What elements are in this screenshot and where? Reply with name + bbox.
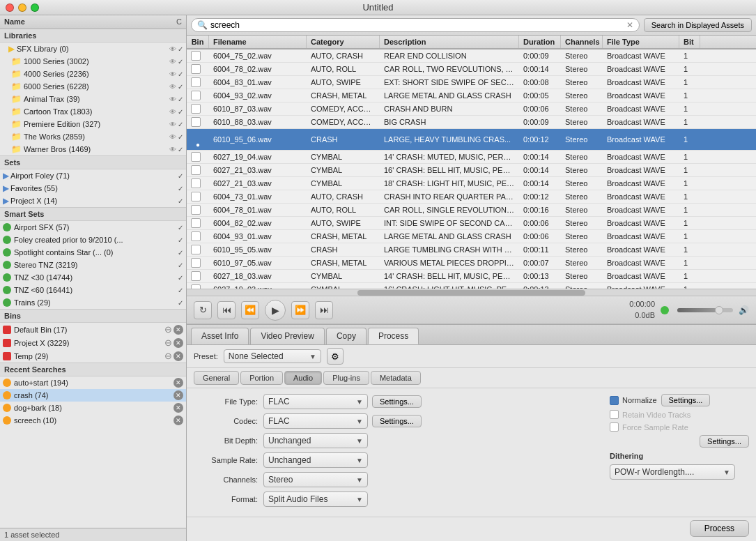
table-row[interactable]: 6004_78_02.wavAUTO, ROLLCAR ROLL, TWO RE… — [187, 63, 756, 76]
bit-depth-dropdown[interactable]: Unchanged ▼ — [263, 433, 368, 448]
td-bin[interactable] — [187, 177, 209, 190]
dithering-dropdown[interactable]: POW-r Wordlength.... ▼ — [610, 464, 735, 480]
sub-tab-metadata[interactable]: Metadata — [371, 371, 421, 385]
sidebar-item-tnz-60[interactable]: TNZ <60 (16441) ✓ — [0, 284, 186, 296]
sidebar-item-sfx-library[interactable]: ▶ SFX Library (0) 👁 ✓ — [0, 43, 186, 55]
table-row[interactable]: 6004_93_01.wavCRASH, METALLARGE METAL AN… — [187, 230, 756, 243]
sidebar-item-project-x-set[interactable]: ▶ Project X (14) ✓ — [0, 195, 186, 207]
rewind-button[interactable]: ⏪ — [241, 301, 259, 319]
td-bin[interactable]: ● — [187, 129, 209, 150]
skip-forward-button[interactable]: ⏭ — [315, 301, 333, 319]
row-checkbox[interactable] — [191, 152, 201, 162]
sidebar-item-recent-crash[interactable]: crash (74) ✕ — [0, 389, 186, 402]
table-row[interactable]: 6010_87_03.wavCOMEDY, ACCENTCRASH AND BU… — [187, 102, 756, 116]
search-input-wrap[interactable]: 🔍 ✕ — [191, 18, 640, 32]
td-bin[interactable] — [187, 89, 209, 102]
table-row[interactable]: ●6010_95_06.wavCRASHLARGE, HEAVY TUMBLIN… — [187, 129, 756, 151]
th-bin[interactable]: Bin — [187, 36, 209, 48]
table-row[interactable]: 6027_19_04.wavCYMBAL14' CRASH: MUTED, MU… — [187, 151, 756, 164]
window-controls[interactable] — [6, 3, 39, 12]
sidebar-item-recent-dog-bark[interactable]: dog+bark (18) ✕ — [0, 402, 186, 414]
codec-dropdown[interactable]: FLAC ▼ — [263, 413, 368, 429]
sidebar-item-airport-foley[interactable]: ▶ Airport Foley (71) ✓ — [0, 169, 186, 182]
normalize-checkbox[interactable] — [610, 396, 619, 405]
normalize-settings-button[interactable]: Settings... — [661, 394, 711, 406]
th-duration[interactable]: Duration — [519, 36, 561, 48]
force-sample-checkbox[interactable] — [610, 422, 619, 432]
table-row[interactable]: 6004_82_02.wavAUTO, SWIPEINT: SIDE SWIPE… — [187, 217, 756, 230]
search-input[interactable] — [210, 20, 626, 30]
td-bin[interactable] — [187, 164, 209, 176]
minimize-button[interactable] — [18, 3, 26, 12]
row-checkbox[interactable] — [191, 117, 201, 127]
th-filetype[interactable]: File Type — [603, 36, 679, 48]
x-circle-icon[interactable]: ✕ — [173, 351, 183, 361]
td-bin[interactable] — [187, 190, 209, 203]
td-bin[interactable] — [187, 230, 209, 243]
td-bin[interactable] — [187, 116, 209, 128]
sidebar-item-project-x-bin[interactable]: Project X (3229) ⊖ ✕ — [0, 336, 186, 349]
horizontal-scrollbar[interactable] — [187, 289, 756, 296]
sidebar-item-4000-series[interactable]: 📁 4000 Series (2236) 👁 ✓ — [8, 68, 186, 80]
scrollbar-thumb[interactable] — [357, 290, 585, 296]
sidebar-item-premiere-edition[interactable]: 📁 Premiere Edition (327) 👁 ✓ — [8, 118, 186, 130]
td-bin[interactable] — [187, 151, 209, 163]
process-button[interactable]: Process — [690, 520, 749, 537]
preset-select[interactable]: None Selected ▼ — [224, 349, 321, 363]
close-button[interactable] — [6, 3, 14, 12]
table-row[interactable]: 6027_18_03.wavCYMBAL14' CRASH: BELL HIT,… — [187, 270, 756, 283]
force-sample-settings-button[interactable]: Settings... — [700, 435, 749, 448]
table-row[interactable]: 6027_19_03.wavCYMBAL16' CRASH: LIGHT HIT… — [187, 283, 756, 289]
table-row[interactable]: 6010_88_03.wavCOMEDY, ACCENTBIG CRASH0:0… — [187, 116, 756, 129]
sidebar-item-cartoon-trax[interactable]: 📁 Cartoon Trax (1803) 👁 ✓ — [8, 105, 186, 118]
x-circle-icon[interactable]: ✕ — [173, 338, 183, 348]
row-checkbox[interactable] — [191, 178, 201, 188]
td-bin[interactable] — [187, 102, 209, 115]
row-checkbox[interactable] — [191, 165, 201, 175]
sidebar-item-foley-created[interactable]: Foley created prior to 9/2010 (... ✓ — [0, 234, 186, 246]
row-checkbox[interactable] — [191, 104, 201, 114]
sidebar-item-warner-bros[interactable]: 📁 Warner Bros (1469) 👁 ✓ — [8, 143, 186, 155]
fast-forward-button[interactable]: ⏩ — [291, 301, 309, 319]
sidebar-item-the-works[interactable]: 📁 The Works (2859) 👁 ✓ — [8, 130, 186, 143]
sample-rate-dropdown[interactable]: Unchanged ▼ — [263, 452, 368, 468]
x-circle-icon[interactable]: ✕ — [173, 325, 183, 335]
row-checkbox[interactable] — [191, 51, 201, 61]
td-bin[interactable] — [187, 257, 209, 269]
sub-tab-general[interactable]: General — [194, 371, 239, 385]
row-checkbox[interactable] — [191, 130, 201, 140]
table-row[interactable]: 6027_21_03.wavCYMBAL16' CRASH: BELL HIT,… — [187, 164, 756, 177]
maximize-button[interactable] — [31, 3, 39, 12]
sidebar-item-1000-series[interactable]: 📁 1000 Series (3002) 👁 ✓ — [8, 55, 186, 68]
row-checkbox[interactable] — [191, 77, 201, 87]
td-bin[interactable] — [187, 204, 209, 216]
table-row[interactable]: 6004_93_02.wavCRASH, METALLARGE METAL AN… — [187, 89, 756, 102]
row-checkbox[interactable] — [191, 271, 201, 281]
format-dropdown[interactable]: Split Audio Files ▼ — [263, 492, 368, 507]
sidebar-item-trains[interactable]: Trains (29) ✓ — [0, 296, 186, 309]
row-checkbox[interactable] — [191, 218, 201, 228]
row-checkbox[interactable] — [191, 91, 201, 100]
x-circle-icon[interactable]: ✕ — [173, 390, 183, 400]
td-bin[interactable] — [187, 76, 209, 89]
sidebar-item-favorites[interactable]: ▶ Favorites (55) ✓ — [0, 182, 186, 195]
search-displayed-assets-button[interactable]: Search in Displayed Assets — [644, 18, 752, 32]
sidebar-item-stereo-tnz[interactable]: Stereo TNZ (3219) ✓ — [0, 259, 186, 271]
row-checkbox[interactable] — [191, 205, 201, 215]
table-row[interactable]: 6004_78_01.wavAUTO, ROLLCAR ROLL, SINGLE… — [187, 204, 756, 217]
volume-knob[interactable] — [715, 306, 723, 314]
row-checkbox[interactable] — [191, 192, 201, 201]
td-bin[interactable] — [187, 217, 209, 229]
retain-video-checkbox[interactable] — [610, 410, 619, 419]
volume-slider[interactable] — [677, 308, 733, 312]
th-bit[interactable]: Bit — [679, 36, 700, 48]
sidebar-item-tnz-30[interactable]: TNZ <30 (14744) ✓ — [0, 271, 186, 284]
sidebar-item-airport-sfx[interactable]: Airport SFX (57) ✓ — [0, 221, 186, 234]
td-bin[interactable] — [187, 63, 209, 75]
th-channels[interactable]: Channels — [561, 36, 603, 48]
table-row[interactable]: 6004_73_01.wavAUTO, CRASHCRASH INTO REAR… — [187, 190, 756, 204]
table-row[interactable]: 6004_75_02.wavAUTO, CRASHREAR END COLLIS… — [187, 49, 756, 63]
tab-video-preview[interactable]: Video Preview — [250, 328, 325, 344]
loop-button[interactable]: ↻ — [194, 301, 212, 319]
file-type-dropdown[interactable]: FLAC ▼ — [263, 394, 368, 409]
